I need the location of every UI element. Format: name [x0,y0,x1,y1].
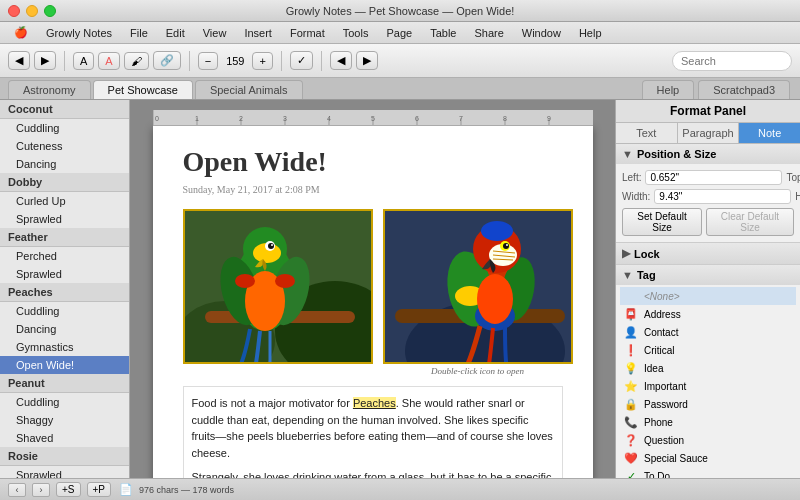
svg-text:3: 3 [283,115,287,122]
close-button[interactable] [8,5,20,17]
tag-none[interactable]: <None> [620,287,796,305]
window-controls[interactable] [8,5,56,17]
toolbar-brush[interactable]: 🖌 [124,52,149,70]
statusbar: ‹ › +S +P 📄 976 chars — 178 words [0,478,800,500]
sidebar-group-dobby[interactable]: Dobby [0,173,129,192]
menu-page[interactable]: Page [378,25,420,41]
sidebar-item-cuddling-3[interactable]: Cuddling [0,393,129,411]
toolbar-link[interactable]: 🔗 [153,51,181,70]
sidebar-group-peaches[interactable]: Peaches [0,283,129,302]
tag-todo[interactable]: ✓ To Do [620,467,796,478]
position-size-label: Position & Size [637,148,716,160]
search-input[interactable] [672,51,792,71]
menu-table[interactable]: Table [422,25,464,41]
sidebar-item-sprawled-3[interactable]: Sprawled [0,466,129,478]
sidebar-group-rosie[interactable]: Rosie [0,447,129,466]
toolbar-color[interactable]: A [98,52,119,70]
plus-s-btn[interactable]: +S [56,482,81,497]
sidebar-item-dancing-2[interactable]: Dancing [0,320,129,338]
sidebar-item-sprawled-2[interactable]: Sprawled [0,265,129,283]
tag-list: <None> 📮 Address 👤 Contact ❗ Critical [620,287,796,478]
panel-title: Format Panel [616,100,800,123]
content-area[interactable]: 0 1 2 3 4 5 6 7 8 [130,100,615,478]
tag-special-sauce[interactable]: ❤️ Special Sauce [620,449,796,467]
menu-insert[interactable]: Insert [236,25,280,41]
toolbar-zoom-out[interactable]: − [198,52,218,70]
tag-header[interactable]: ▼ Tag [616,265,800,285]
sidebar-item-sprawled-1[interactable]: Sprawled [0,210,129,228]
tag-contact[interactable]: 👤 Contact [620,323,796,341]
toolbar-zoom-in[interactable]: + [252,52,272,70]
doc-text-box[interactable]: Food is not a major motivator for Peache… [183,386,563,478]
menu-tools[interactable]: Tools [335,25,377,41]
toolbar-sep-2 [189,51,190,71]
svg-point-44 [477,274,513,324]
sidebar-item-cuteness[interactable]: Cuteness [0,137,129,155]
sidebar-item-shaggy[interactable]: Shaggy [0,411,129,429]
menu-window[interactable]: Window [514,25,569,41]
minimize-button[interactable] [26,5,38,17]
toolbar-forward[interactable]: ▶ [34,51,56,70]
tab-paragraph[interactable]: Paragraph [678,123,740,143]
tag-critical[interactable]: ❗ Critical [620,341,796,359]
svg-point-35 [275,274,295,288]
image-left[interactable] [183,209,373,364]
toolbar-back[interactable]: ◀ [8,51,30,70]
maximize-button[interactable] [44,5,56,17]
tag-important[interactable]: ⭐ Important [620,377,796,395]
menu-edit[interactable]: Edit [158,25,193,41]
tab-scratchpad[interactable]: Scratchpad3 [698,80,790,99]
tab-special-animals[interactable]: Special Animals [195,80,303,99]
menu-format[interactable]: Format [282,25,333,41]
width-input[interactable] [654,189,791,204]
tag-phone[interactable]: 📞 Phone [620,413,796,431]
tab-help[interactable]: Help [642,80,695,99]
tag-address[interactable]: 📮 Address [620,305,796,323]
lock-header[interactable]: ▶ Lock [616,243,800,264]
tag-address-label: Address [644,309,681,320]
sidebar-group-coconut[interactable]: Coconut [0,100,129,119]
sidebar-item-curled-up[interactable]: Curled Up [0,192,129,210]
sidebar-item-perched[interactable]: Perched [0,247,129,265]
sidebar-group-feather[interactable]: Feather [0,228,129,247]
menu-growly[interactable]: Growly Notes [38,25,120,41]
tag-idea[interactable]: 💡 Idea [620,359,796,377]
tab-note[interactable]: Note [739,123,800,143]
nav-prev-btn[interactable]: ‹ [8,483,26,497]
menu-view[interactable]: View [195,25,235,41]
tab-pet-showcase[interactable]: Pet Showcase [93,80,193,99]
sidebar-item-gymnastics[interactable]: Gymnastics [0,338,129,356]
position-size-header[interactable]: ▼ Position & Size [616,144,800,164]
tag-critical-icon: ❗ [624,343,638,357]
toolbar-font[interactable]: A [73,52,94,70]
tag-idea-icon: 💡 [624,361,638,375]
toolbar-next-page[interactable]: ▶ [356,51,378,70]
section-position-size: ▼ Position & Size Left: Top: Width: Heig… [616,144,800,243]
sidebar-item-open-wide[interactable]: Open Wide! [0,356,129,374]
image-right[interactable] [383,209,573,364]
tag-question[interactable]: ❓ Question [620,431,796,449]
nav-next-btn[interactable]: › [32,483,50,497]
svg-text:4: 4 [327,115,331,122]
toolbar-check[interactable]: ✓ [290,51,313,70]
sidebar-item-cuddling-1[interactable]: Cuddling [0,119,129,137]
menu-app[interactable]: 🍎 [6,24,36,41]
toolbar-prev-page[interactable]: ◀ [330,51,352,70]
sidebar-group-peanut[interactable]: Peanut [0,374,129,393]
clear-default-size-btn[interactable]: Clear Default Size [706,208,794,236]
menu-file[interactable]: File [122,25,156,41]
width-row: Width: Height: [622,189,794,204]
tab-text[interactable]: Text [616,123,678,143]
plus-p-btn[interactable]: +P [87,482,112,497]
sidebar-item-shaved[interactable]: Shaved [0,429,129,447]
tag-idea-label: Idea [644,363,663,374]
svg-point-33 [271,244,273,246]
left-input[interactable] [645,170,782,185]
sidebar-item-dancing-1[interactable]: Dancing [0,155,129,173]
tab-astronomy[interactable]: Astronomy [8,80,91,99]
menu-share[interactable]: Share [466,25,511,41]
sidebar-item-cuddling-2[interactable]: Cuddling [0,302,129,320]
menu-help[interactable]: Help [571,25,610,41]
tag-password[interactable]: 🔒 Password [620,395,796,413]
set-default-size-btn[interactable]: Set Default Size [622,208,702,236]
